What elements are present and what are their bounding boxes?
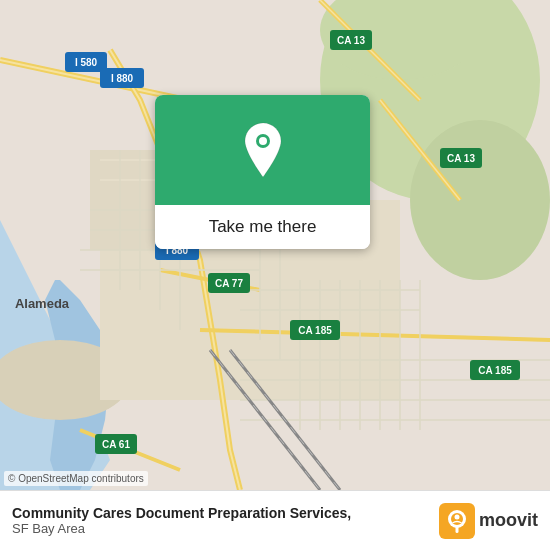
place-name: Community Cares Document Preparation Ser… bbox=[12, 505, 439, 521]
bottom-bar: Community Cares Document Preparation Ser… bbox=[0, 490, 550, 550]
svg-text:Alameda: Alameda bbox=[15, 296, 70, 311]
svg-text:CA 13: CA 13 bbox=[337, 35, 365, 46]
osm-credit: © OpenStreetMap contributors bbox=[4, 471, 148, 486]
action-card: Take me there bbox=[155, 95, 370, 249]
moovit-icon bbox=[439, 503, 475, 539]
card-top bbox=[155, 95, 370, 205]
svg-text:CA 13: CA 13 bbox=[447, 153, 475, 164]
svg-text:CA 77: CA 77 bbox=[215, 278, 243, 289]
svg-text:CA 185: CA 185 bbox=[298, 325, 332, 336]
svg-rect-71 bbox=[455, 525, 458, 533]
svg-point-5 bbox=[410, 120, 550, 280]
map-container: I 580 I 880 I 880 CA 13 CA 13 CA 77 CA 1… bbox=[0, 0, 550, 490]
svg-text:CA 61: CA 61 bbox=[102, 439, 130, 450]
moovit-logo: moovit bbox=[439, 503, 538, 539]
take-me-there-button[interactable]: Take me there bbox=[155, 205, 370, 249]
svg-text:I 580: I 580 bbox=[75, 57, 98, 68]
moovit-text: moovit bbox=[479, 510, 538, 531]
svg-text:I 880: I 880 bbox=[111, 73, 134, 84]
svg-point-67 bbox=[259, 137, 267, 145]
place-info: Community Cares Document Preparation Ser… bbox=[12, 505, 439, 536]
svg-point-72 bbox=[454, 514, 459, 519]
svg-text:CA 185: CA 185 bbox=[478, 365, 512, 376]
location-pin-icon bbox=[239, 121, 287, 179]
place-region: SF Bay Area bbox=[12, 521, 439, 536]
